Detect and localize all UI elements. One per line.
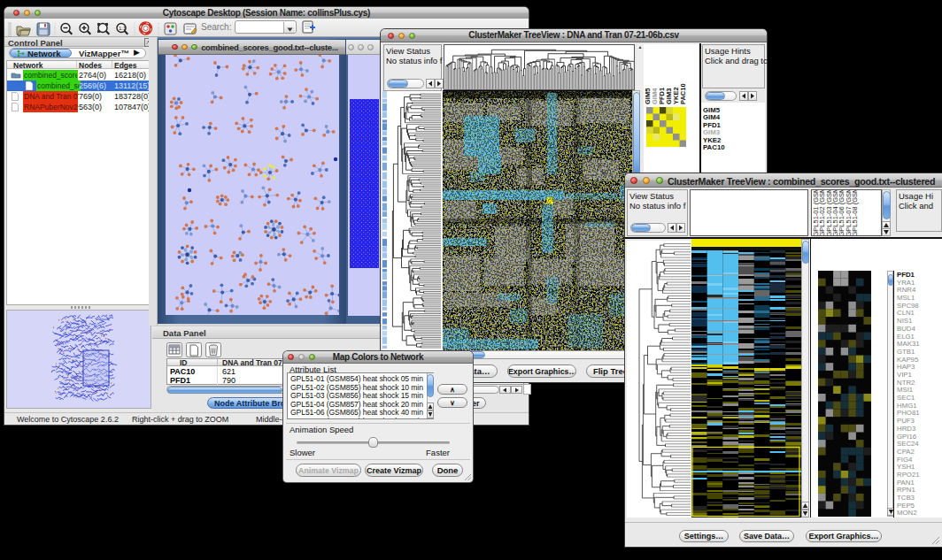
svg-text:GPL51-08 (GSM872): GPL51-08 (GSM872)	[851, 190, 859, 236]
svg-text:1:1: 1:1	[119, 26, 127, 31]
svg-text:PAC10: PAC10	[679, 83, 687, 104]
